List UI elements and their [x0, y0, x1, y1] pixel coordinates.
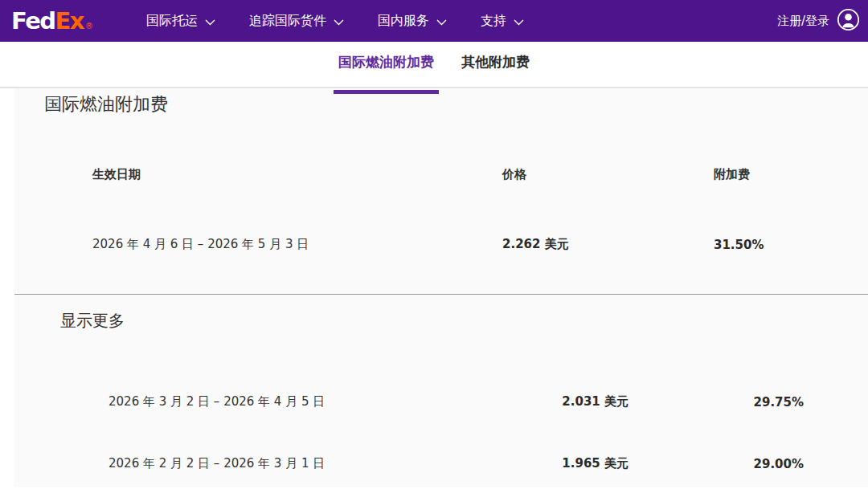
- effective-date-value: 2026 年 4 月 6 日 – 2026 年 5 月 3 日: [14, 237, 502, 252]
- column-header-effective-date: 生效日期: [14, 167, 502, 182]
- nav-item-domestic-services[interactable]: 国内服务: [378, 13, 447, 30]
- registered-trademark-symbol: ®: [85, 22, 93, 31]
- price-value: 1.965 美元: [473, 456, 628, 471]
- table-header-row: 生效日期 价格 附加费: [14, 167, 868, 182]
- nav-item-label: 国内服务: [378, 13, 429, 30]
- table-row: 2026 年 3 月 2 日 – 2026 年 4 月 5 日 2.031 美元…: [14, 394, 868, 410]
- nav-item-support[interactable]: 支持: [481, 13, 524, 30]
- nav-item-label: 国际托运: [146, 13, 198, 30]
- surcharge-value: 29.00%: [628, 457, 804, 471]
- section-divider: [14, 294, 868, 295]
- table-row: 2026 年 4 月 6 日 – 2026 年 5 月 3 日 2.262 美元…: [14, 237, 868, 252]
- effective-date-value: 2026 年 3 月 2 日 – 2026 年 4 月 5 日: [14, 394, 473, 410]
- surcharge-tabbar: 国际燃油附加费 其他附加费: [0, 42, 868, 88]
- fuel-surcharge-panel: 国际燃油附加费 生效日期 价格 附加费 2026 年 4 月 6 日 – 202…: [14, 88, 868, 487]
- chevron-down-icon: [514, 14, 524, 29]
- chevron-down-icon: [436, 14, 447, 29]
- tab-international-fuel-surcharge[interactable]: 国际燃油附加费: [337, 42, 436, 83]
- show-more-toggle[interactable]: 显示更多: [60, 310, 125, 332]
- main-menu: 国际托运 追踪国际货件 国内服务 支持: [146, 13, 524, 30]
- chevron-down-icon: [205, 14, 215, 29]
- effective-date-value: 2026 年 2 月 2 日 – 2026 年 3 月 1 日: [14, 456, 473, 471]
- price-value: 2.031 美元: [473, 394, 628, 410]
- surcharge-value: 31.50%: [714, 238, 868, 252]
- price-value: 2.262 美元: [502, 237, 714, 252]
- page-title: 国际燃油附加费: [44, 93, 868, 116]
- fedex-logo-ex: Ex: [55, 7, 84, 35]
- top-navigation-bar: FedEx® 国际托运 追踪国际货件 国内服务 支持 注册/登录: [0, 0, 868, 42]
- column-header-price: 价格: [502, 167, 714, 182]
- register-login-link[interactable]: 注册/登录: [777, 14, 829, 29]
- nav-item-track-international[interactable]: 追踪国际货件: [249, 13, 344, 30]
- nav-right-group: 注册/登录: [777, 8, 860, 35]
- user-account-icon[interactable]: [837, 8, 860, 35]
- nav-item-label: 追踪国际货件: [249, 13, 326, 30]
- tab-other-surcharges[interactable]: 其他附加费: [460, 42, 531, 83]
- column-header-surcharge: 附加费: [714, 167, 868, 182]
- nav-item-international-shipping[interactable]: 国际托运: [146, 13, 215, 30]
- fedex-logo[interactable]: FedEx®: [11, 10, 93, 33]
- table-row: 2026 年 2 月 2 日 – 2026 年 3 月 1 日 1.965 美元…: [14, 456, 868, 471]
- chevron-down-icon: [334, 14, 344, 29]
- surcharge-value: 29.75%: [628, 395, 804, 410]
- nav-item-label: 支持: [481, 13, 506, 30]
- fedex-logo-fed: Fed: [11, 7, 55, 35]
